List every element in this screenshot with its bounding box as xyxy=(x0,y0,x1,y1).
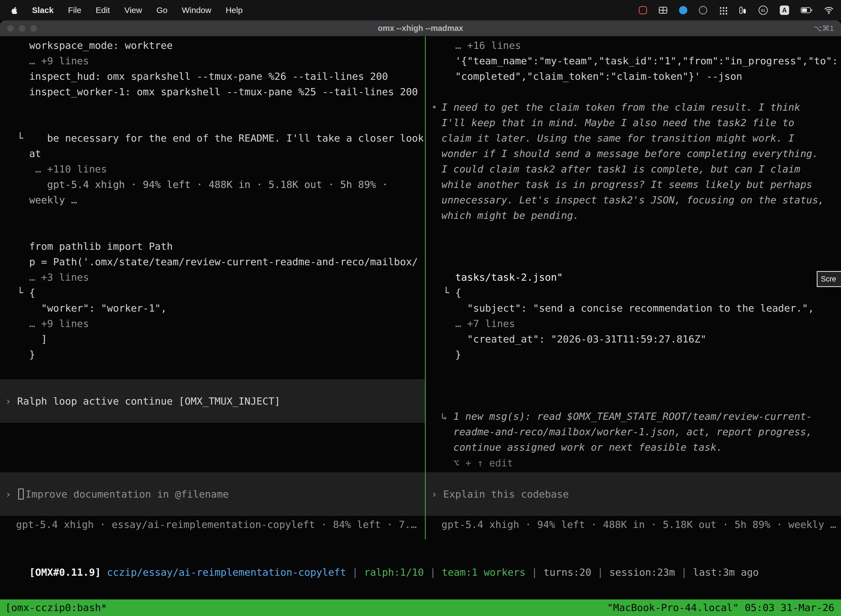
banner-text: Ralph loop active continue [OMX_TMUX_INJ… xyxy=(17,396,280,407)
terminal-line: └ be necessary for the end of the README… xyxy=(5,131,423,146)
right-pane-log-head: … +16 lines '{"team_name":"my-team","tas… xyxy=(431,38,841,84)
terminal-line: } xyxy=(5,347,423,362)
omx-team-workers: team:1 workers xyxy=(442,567,525,578)
omx-turns: turns:20 xyxy=(544,567,591,578)
omx-session-status-bar: [OMX#0.11.9] cczip/essay/ai-reimplementa… xyxy=(5,549,759,565)
menu-bar-left: Slack File Edit View Go Window Help xyxy=(0,4,243,16)
edit-shortcut-hint: ⌥ + ↑ edit xyxy=(453,455,513,471)
separator: | xyxy=(526,567,544,578)
desktop: Slack File Edit View Go Window Help xyxy=(0,0,841,616)
terminal-line: workspace_mode: worktree xyxy=(5,38,423,53)
blue-app-icon[interactable] xyxy=(679,4,687,16)
close-button[interactable] xyxy=(7,25,14,32)
thinking-bullet-icon: • xyxy=(431,100,437,115)
meter-icon[interactable] xyxy=(739,4,747,16)
menu-file[interactable]: File xyxy=(68,6,81,15)
window-title-bar: omx --xhigh --madmax ⌥⌘1 xyxy=(0,21,841,37)
omx-repo: cczip/essay/ai-reimplementation-copyleft xyxy=(107,567,346,578)
terminal-line: } xyxy=(431,347,841,362)
window-grid-icon[interactable] xyxy=(659,4,667,16)
separator: | xyxy=(346,567,364,578)
collapsed-lines-indicator[interactable]: … +16 lines xyxy=(431,38,841,53)
cat-json-output: └ { "subject": "send a concise recommend… xyxy=(431,285,841,362)
menu-view[interactable]: View xyxy=(124,6,142,15)
window-title: omx --xhigh --madmax xyxy=(378,24,463,33)
battery-icon[interactable] xyxy=(801,4,812,16)
cat-command-line-wrap: tasks/task-2.json" xyxy=(431,270,841,285)
thinking-text: I need to get the claim token from the c… xyxy=(441,100,828,223)
chevron-icon: › xyxy=(431,488,443,500)
terminal-line: '{"team_name":"my-team","task_id":"1","f… xyxy=(431,53,841,69)
separator: | xyxy=(591,567,609,578)
screenshot-notification[interactable]: Scre xyxy=(817,271,841,287)
python-output: from pathlib import Path p = Path('.omx/… xyxy=(5,239,423,362)
ran-tmux-capture-command: • Ran tmux capture-pane -t %25 -p -S -80 xyxy=(5,115,423,131)
omx-session-time: session:23m xyxy=(609,567,675,578)
chevron-icon: › xyxy=(5,396,17,407)
terminal-line: weekly … xyxy=(5,192,423,208)
collapsed-lines-indicator[interactable]: … +9 lines xyxy=(5,53,423,69)
menu-window[interactable]: Window xyxy=(182,6,211,15)
prompt-placeholder: Explain this codebase xyxy=(443,488,568,500)
battery-percent-icon[interactable]: 61 xyxy=(758,4,768,16)
active-app-name[interactable]: Slack xyxy=(32,6,54,15)
waiting-status: • Waiting for background terminal (3m 46… xyxy=(431,378,841,393)
chevron-icon: › xyxy=(5,488,17,500)
tmux-session-name: [omx-cczip0:bash* xyxy=(5,600,107,616)
dots-grid-icon[interactable] xyxy=(719,4,727,16)
tmux-host-clock: "MacBook-Pro-44.local" 05:03 31-Mar-26 xyxy=(607,600,834,616)
pane-divider xyxy=(425,37,426,539)
right-prompt-input[interactable]: › Explain this codebase xyxy=(426,472,841,516)
macos-menu-bar: Slack File Edit View Go Window Help xyxy=(0,0,841,21)
terminal-line: └ { xyxy=(5,285,423,301)
reply-arrow-icon: ↳ xyxy=(441,409,453,424)
mailbox-message-text: 1 new msg(s): read $OMX_TEAM_STATE_ROOT/… xyxy=(453,409,820,455)
apple-icon[interactable] xyxy=(10,4,18,16)
terminal-line: "worker": "worker-1", xyxy=(5,301,423,316)
minimize-button[interactable] xyxy=(19,25,25,32)
dark-app-icon[interactable] xyxy=(699,4,707,16)
menu-edit[interactable]: Edit xyxy=(96,6,110,15)
omx-last-activity: last:3m ago xyxy=(693,567,759,578)
terminal-line: └ { xyxy=(431,285,841,301)
menu-help[interactable]: Help xyxy=(226,6,243,15)
collapsed-lines-indicator[interactable]: … +9 lines xyxy=(5,316,423,331)
separator: | xyxy=(675,567,693,578)
zoom-button[interactable] xyxy=(30,25,37,32)
prompt-placeholder: Improve documentation in @filename xyxy=(25,488,229,500)
terminal-line: inspect_worker-1: omx sparkshell --tmux-… xyxy=(5,84,423,100)
traffic-lights xyxy=(7,21,37,36)
omx-ralph-count: ralph:1/10 xyxy=(364,567,424,578)
wifi-icon[interactable] xyxy=(824,4,834,16)
terminal-line: at xyxy=(5,146,423,161)
screenshot-notification-text: Scre xyxy=(821,275,836,283)
terminal-line: p = Path('.omx/state/team/review-current… xyxy=(5,254,423,270)
collapsed-lines-indicator[interactable]: … +110 lines xyxy=(5,161,423,177)
ralph-inject-banner: › Ralph loop active continue [OMX_TMUX_I… xyxy=(0,379,425,423)
left-prompt-input[interactable]: › Improve documentation in @filename xyxy=(0,472,425,516)
window-shortcut-hint: ⌥⌘1 xyxy=(814,24,834,33)
terminal-line: "subject": "send a concise recommendatio… xyxy=(431,301,841,316)
collapsed-lines-indicator[interactable]: … +3 lines xyxy=(5,270,423,285)
terminal-line: gpt-5.4 xhigh · 94% left · 488K in · 5.1… xyxy=(5,177,423,192)
menu-bar-status-icons: 61 A xyxy=(639,4,841,16)
left-pane-log-head: workspace_mode: worktree … +9 lines insp… xyxy=(5,38,423,100)
screen-record-icon[interactable] xyxy=(639,4,647,16)
collapsed-lines-indicator[interactable]: … +7 lines xyxy=(431,316,841,331)
terminal-line: "created_at": "2026-03-31T11:59:27.816Z" xyxy=(431,331,841,347)
terminal-line: from pathlib import Path xyxy=(5,239,423,254)
ran-set-command: • Ran set -euo pipefail xyxy=(431,239,841,254)
input-source-icon[interactable]: A xyxy=(780,4,789,16)
tmux-status-bar: [omx-cczip0:bash* "MacBook-Pro-44.local"… xyxy=(0,600,841,616)
working-status: • Working (6m 38s • esc to interrupt) xyxy=(5,440,423,455)
menu-go[interactable]: Go xyxy=(157,6,167,15)
text-cursor xyxy=(18,488,24,500)
left-model-status-line: gpt-5.4 xhigh · essay/ai-reimplementatio… xyxy=(16,517,424,532)
cat-command-line: cat "$OMX_TEAM_STATE_ROOT/team/review-cu… xyxy=(431,254,841,270)
ran-python-command: • Ran python3 - <<'PY' xyxy=(5,223,423,239)
terminal-line: "completed","claim_token":"claim-token"}… xyxy=(431,69,841,84)
svg-text:61: 61 xyxy=(761,8,765,13)
omx-version: [OMX#0.11.9] xyxy=(29,567,107,578)
tmux-capture-output: └ be necessary for the end of the README… xyxy=(5,131,423,208)
right-model-status-line: gpt-5.4 xhigh · 94% left · 488K in · 5.1… xyxy=(441,517,841,532)
